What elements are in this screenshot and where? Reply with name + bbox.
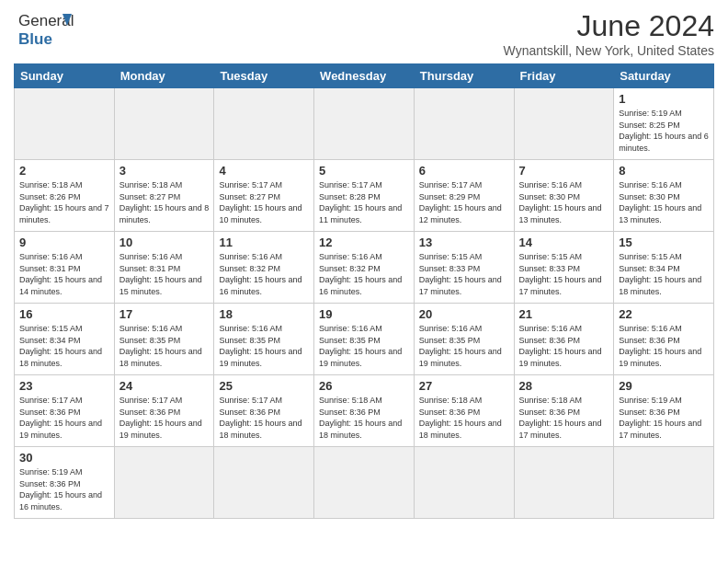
day-info: Sunrise: 5:16 AM Sunset: 8:30 PM Dayligh… — [519, 179, 609, 225]
day-cell-4: 4Sunrise: 5:17 AM Sunset: 8:27 PM Daylig… — [214, 160, 314, 232]
empty-cell — [514, 447, 614, 519]
day-number: 27 — [419, 379, 509, 393]
day-info: Sunrise: 5:17 AM Sunset: 8:29 PM Dayligh… — [419, 179, 509, 225]
day-info: Sunrise: 5:15 AM Sunset: 8:33 PM Dayligh… — [519, 251, 609, 297]
day-header-friday: Friday — [514, 64, 614, 88]
day-info: Sunrise: 5:15 AM Sunset: 8:33 PM Dayligh… — [419, 251, 509, 297]
day-info: Sunrise: 5:19 AM Sunset: 8:25 PM Dayligh… — [619, 108, 709, 154]
day-header-wednesday: Wednesday — [314, 64, 415, 88]
day-info: Sunrise: 5:16 AM Sunset: 8:35 PM Dayligh… — [419, 323, 509, 369]
day-cell-7: 7Sunrise: 5:16 AM Sunset: 8:30 PM Daylig… — [514, 160, 614, 232]
day-cell-20: 20Sunrise: 5:16 AM Sunset: 8:35 PM Dayli… — [414, 304, 514, 375]
day-number: 12 — [319, 236, 409, 249]
title-section: June 2024 Wynantskill, New York, United … — [504, 9, 714, 58]
empty-cell — [414, 88, 514, 160]
day-cell-8: 8Sunrise: 5:16 AM Sunset: 8:30 PM Daylig… — [614, 160, 714, 232]
day-info: Sunrise: 5:18 AM Sunset: 8:27 PM Dayligh… — [119, 179, 210, 225]
empty-cell — [114, 447, 214, 519]
day-info: Sunrise: 5:16 AM Sunset: 8:35 PM Dayligh… — [219, 323, 309, 369]
day-cell-25: 25Sunrise: 5:17 AM Sunset: 8:36 PM Dayli… — [214, 375, 314, 447]
day-number: 4 — [219, 164, 309, 178]
day-cell-15: 15Sunrise: 5:15 AM Sunset: 8:34 PM Dayli… — [614, 232, 714, 304]
week-row-5: 23Sunrise: 5:17 AM Sunset: 8:36 PM Dayli… — [15, 375, 714, 447]
day-cell-3: 3Sunrise: 5:18 AM Sunset: 8:27 PM Daylig… — [114, 160, 214, 232]
empty-cell — [314, 447, 415, 519]
empty-cell — [214, 88, 314, 160]
day-cell-12: 12Sunrise: 5:16 AM Sunset: 8:32 PM Dayli… — [314, 232, 415, 304]
svg-text:Blue: Blue — [18, 30, 52, 48]
day-number: 7 — [519, 164, 609, 178]
day-cell-27: 27Sunrise: 5:18 AM Sunset: 8:36 PM Dayli… — [414, 375, 514, 447]
empty-cell — [314, 88, 415, 160]
day-number: 24 — [119, 379, 210, 393]
day-number: 11 — [219, 236, 309, 249]
day-number: 22 — [619, 307, 709, 321]
day-info: Sunrise: 5:16 AM Sunset: 8:36 PM Dayligh… — [519, 323, 609, 369]
day-cell-21: 21Sunrise: 5:16 AM Sunset: 8:36 PM Dayli… — [514, 304, 614, 375]
day-number: 21 — [519, 307, 609, 321]
empty-cell — [114, 88, 214, 160]
days-header-row: SundayMondayTuesdayWednesdayThursdayFrid… — [15, 64, 714, 88]
empty-cell — [514, 88, 614, 160]
day-number: 9 — [19, 236, 109, 249]
day-cell-30: 30Sunrise: 5:19 AM Sunset: 8:36 PM Dayli… — [15, 447, 115, 519]
day-cell-24: 24Sunrise: 5:17 AM Sunset: 8:36 PM Dayli… — [114, 375, 214, 447]
day-info: Sunrise: 5:19 AM Sunset: 8:36 PM Dayligh… — [619, 395, 709, 441]
day-cell-10: 10Sunrise: 5:16 AM Sunset: 8:31 PM Dayli… — [114, 232, 214, 304]
day-header-saturday: Saturday — [614, 64, 714, 88]
day-number: 19 — [319, 307, 409, 321]
day-number: 1 — [619, 92, 709, 106]
day-cell-5: 5Sunrise: 5:17 AM Sunset: 8:28 PM Daylig… — [314, 160, 415, 232]
day-number: 14 — [519, 236, 609, 249]
day-info: Sunrise: 5:18 AM Sunset: 8:36 PM Dayligh… — [419, 395, 509, 441]
day-cell-1: 1Sunrise: 5:19 AM Sunset: 8:25 PM Daylig… — [614, 88, 714, 160]
day-number: 23 — [19, 379, 109, 393]
day-info: Sunrise: 5:16 AM Sunset: 8:35 PM Dayligh… — [319, 323, 409, 369]
day-cell-28: 28Sunrise: 5:18 AM Sunset: 8:36 PM Dayli… — [514, 375, 614, 447]
day-info: Sunrise: 5:18 AM Sunset: 8:36 PM Dayligh… — [319, 395, 409, 441]
day-header-monday: Monday — [114, 64, 214, 88]
day-info: Sunrise: 5:16 AM Sunset: 8:36 PM Dayligh… — [619, 323, 709, 369]
day-info: Sunrise: 5:19 AM Sunset: 8:36 PM Dayligh… — [19, 466, 109, 512]
day-number: 10 — [119, 236, 210, 249]
day-cell-17: 17Sunrise: 5:16 AM Sunset: 8:35 PM Dayli… — [114, 304, 214, 375]
week-row-4: 16Sunrise: 5:15 AM Sunset: 8:34 PM Dayli… — [15, 304, 714, 375]
day-info: Sunrise: 5:17 AM Sunset: 8:27 PM Dayligh… — [219, 179, 309, 225]
day-cell-11: 11Sunrise: 5:16 AM Sunset: 8:32 PM Dayli… — [214, 232, 314, 304]
day-number: 15 — [619, 236, 709, 249]
day-cell-18: 18Sunrise: 5:16 AM Sunset: 8:35 PM Dayli… — [214, 304, 314, 375]
day-number: 26 — [319, 379, 409, 393]
header-section: GeneralBlue June 2024 Wynantskill, New Y… — [14, 9, 714, 58]
day-number: 3 — [119, 164, 210, 178]
day-info: Sunrise: 5:16 AM Sunset: 8:31 PM Dayligh… — [19, 251, 109, 297]
week-row-2: 2Sunrise: 5:18 AM Sunset: 8:26 PM Daylig… — [15, 160, 714, 232]
day-cell-29: 29Sunrise: 5:19 AM Sunset: 8:36 PM Dayli… — [614, 375, 714, 447]
day-number: 6 — [419, 164, 509, 178]
day-header-sunday: Sunday — [15, 64, 115, 88]
day-info: Sunrise: 5:16 AM Sunset: 8:30 PM Dayligh… — [619, 179, 709, 225]
empty-cell — [614, 447, 714, 519]
day-info: Sunrise: 5:15 AM Sunset: 8:34 PM Dayligh… — [619, 251, 709, 297]
day-cell-16: 16Sunrise: 5:15 AM Sunset: 8:34 PM Dayli… — [15, 304, 115, 375]
day-number: 20 — [419, 307, 509, 321]
day-number: 17 — [119, 307, 210, 321]
day-info: Sunrise: 5:16 AM Sunset: 8:32 PM Dayligh… — [319, 251, 409, 297]
day-info: Sunrise: 5:17 AM Sunset: 8:36 PM Dayligh… — [219, 395, 309, 441]
empty-cell — [214, 447, 314, 519]
day-info: Sunrise: 5:16 AM Sunset: 8:32 PM Dayligh… — [219, 251, 309, 297]
day-info: Sunrise: 5:17 AM Sunset: 8:36 PM Dayligh… — [119, 395, 210, 441]
empty-cell — [414, 447, 514, 519]
week-row-3: 9Sunrise: 5:16 AM Sunset: 8:31 PM Daylig… — [15, 232, 714, 304]
day-number: 28 — [519, 379, 609, 393]
day-number: 30 — [19, 451, 109, 465]
day-number: 13 — [419, 236, 509, 249]
day-info: Sunrise: 5:15 AM Sunset: 8:34 PM Dayligh… — [19, 323, 109, 369]
day-number: 18 — [219, 307, 309, 321]
day-number: 16 — [19, 307, 109, 321]
day-info: Sunrise: 5:18 AM Sunset: 8:36 PM Dayligh… — [519, 395, 609, 441]
day-number: 29 — [619, 379, 709, 393]
day-info: Sunrise: 5:16 AM Sunset: 8:35 PM Dayligh… — [119, 323, 210, 369]
calendar-title: June 2024 — [504, 9, 714, 43]
calendar-table: SundayMondayTuesdayWednesdayThursdayFrid… — [14, 63, 714, 519]
day-cell-2: 2Sunrise: 5:18 AM Sunset: 8:26 PM Daylig… — [15, 160, 115, 232]
